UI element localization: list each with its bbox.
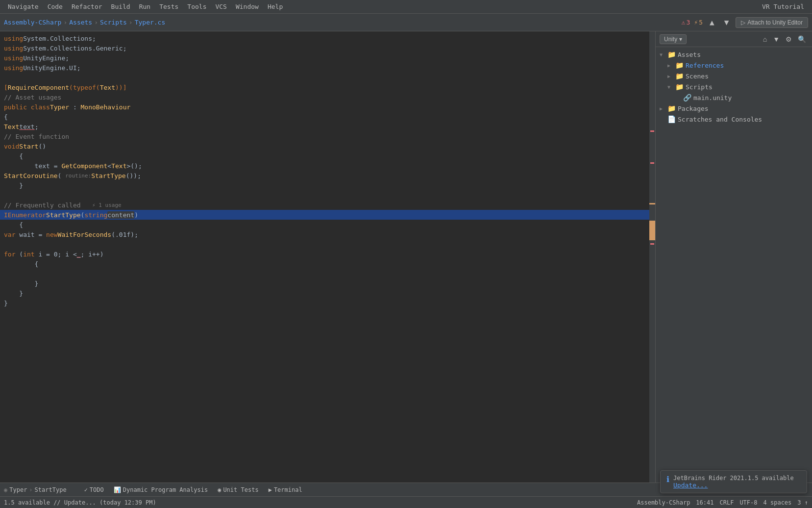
- scroll-track[interactable]: [649, 31, 655, 483]
- breadcrumb-assets[interactable]: Assets: [69, 19, 92, 26]
- tree-item-scratches[interactable]: ▶ 📄 Scratches and Consoles: [656, 114, 812, 125]
- todo-label: TODO: [90, 486, 104, 493]
- code-line-6: [RequireComponent(typeof(Text))]: [0, 82, 655, 92]
- tab-unit-tests[interactable]: ◉ Unit Tests: [214, 485, 262, 494]
- breadcrumb-file[interactable]: Typer.cs: [135, 19, 166, 26]
- tree-item-references[interactable]: ▶ 📁 References: [656, 60, 812, 71]
- dropdown-arrow-icon: ▾: [679, 36, 682, 43]
- breadcrumb-sep-1: ›: [63, 19, 67, 26]
- scope-sep: ›: [29, 486, 32, 493]
- assets-label: Assets: [678, 51, 701, 58]
- tree-item-mainunity[interactable]: ▶ 🔗 main.unity: [656, 92, 812, 103]
- status-update-text: 1.5 available // Update... (today 12:39 …: [4, 499, 156, 506]
- warn-badge[interactable]: ⚡ 5: [694, 19, 703, 26]
- menu-refactor[interactable]: Refactor: [68, 2, 106, 11]
- home-icon[interactable]: ⌂: [761, 34, 769, 44]
- code-content[interactable]: using System.Collections; using System.C…: [0, 31, 655, 483]
- assets-folder-icon: 📁: [667, 51, 676, 58]
- expand-arrow-scenes: ▶: [667, 74, 673, 79]
- code-line-22: [0, 239, 655, 249]
- scenes-folder-icon: 📁: [675, 72, 684, 80]
- unit-tests-label: Unit Tests: [223, 486, 258, 493]
- vr-tutorial-label: VR Tutorial: [758, 2, 808, 11]
- packages-label: Packages: [678, 105, 709, 112]
- menu-tests[interactable]: Tests: [155, 2, 182, 11]
- tab-terminal[interactable]: ▶ Terminal: [265, 485, 306, 494]
- menu-window[interactable]: Window: [232, 2, 263, 11]
- code-line-10: Text text;: [0, 122, 655, 131]
- scope-icon: ◉: [4, 486, 7, 493]
- position-label: 16:41: [696, 499, 714, 506]
- unit-tests-icon: ◉: [218, 486, 221, 493]
- scope-typer: Typer: [9, 486, 27, 493]
- status-git: 3 ↑: [797, 499, 808, 506]
- packages-folder-icon: 📁: [667, 104, 676, 112]
- code-editor[interactable]: using System.Collections; using System.C…: [0, 31, 655, 483]
- tree-item-scenes[interactable]: ▶ 📁 Scenes: [656, 71, 812, 81]
- settings-icon[interactable]: ⚙: [784, 34, 794, 44]
- scroll-marker-error-2: [650, 162, 654, 164]
- scenes-label: Scenes: [686, 73, 709, 80]
- code-line-13: {: [0, 151, 655, 161]
- code-line-18: // Frequently called ⚡ 1 usage: [0, 200, 655, 210]
- code-line-4: using UnityEngine.UI;: [0, 63, 655, 73]
- tree-item-assets[interactable]: ▼ 📁 Assets: [656, 49, 812, 60]
- git-label: 3 ↑: [797, 499, 808, 506]
- breadcrumb-scripts[interactable]: Scripts: [100, 19, 127, 26]
- crlf-label: CRLF: [719, 499, 734, 506]
- code-line-1: using System.Collections;: [0, 33, 655, 43]
- references-folder-icon: 📁: [675, 61, 684, 69]
- menu-bar: Navigate Code Refactor Build Run Tests T…: [0, 0, 812, 14]
- menu-code[interactable]: Code: [44, 2, 67, 11]
- code-line-9: {: [0, 112, 655, 122]
- breadcrumb-sep-3: ›: [129, 19, 133, 26]
- tab-todo[interactable]: ✓ TODO: [80, 485, 108, 494]
- charset-label: UTF-8: [739, 499, 757, 506]
- menu-build[interactable]: Build: [107, 2, 134, 11]
- dynamic-analysis-icon: 📊: [114, 486, 121, 493]
- code-line-28: }: [0, 298, 655, 308]
- scroll-marker-current: [649, 221, 655, 240]
- code-line-3: using UnityEngine;: [0, 53, 655, 63]
- todo-icon: ✓: [84, 486, 88, 493]
- expand-arrow-references: ▶: [667, 63, 673, 68]
- code-line-21: var wait = new WaitForSeconds(.01f);: [0, 229, 655, 239]
- scripts-folder-icon: 📁: [675, 83, 684, 91]
- error-icon: ⚠: [682, 19, 686, 26]
- attach-icon: ▷: [741, 19, 745, 26]
- breadcrumb-sep-2: ›: [94, 19, 98, 26]
- menu-tools[interactable]: Tools: [183, 2, 210, 11]
- expand-arrow-scripts: ▼: [667, 84, 673, 90]
- scratches-icon: 📄: [667, 115, 676, 123]
- sidebar-toolbar: Unity ▾ ⌂ ▼ ⚙ 🔍: [656, 31, 812, 47]
- notification-icon: ℹ: [666, 475, 669, 484]
- chevron-down-btn[interactable]: ▼: [721, 16, 732, 29]
- attach-to-unity-button[interactable]: ▷ Attach to Unity Editor: [736, 17, 808, 28]
- search-icon[interactable]: 🔍: [796, 34, 808, 44]
- code-line-19: IEnumerator StartType(string content): [0, 210, 655, 220]
- warn-count: 5: [699, 19, 703, 26]
- filter-icon[interactable]: ▼: [771, 34, 782, 44]
- scroll-marker-error-3: [650, 243, 654, 245]
- status-charset: UTF-8: [739, 499, 757, 506]
- breadcrumb-assembly[interactable]: Assembly-CSharp: [4, 19, 61, 26]
- menu-navigate[interactable]: Navigate: [4, 2, 43, 11]
- menu-help[interactable]: Help: [264, 2, 287, 11]
- attach-label: Attach to Unity Editor: [747, 19, 803, 26]
- notification-update-link[interactable]: Update...: [673, 482, 794, 489]
- error-count: 3: [687, 19, 690, 26]
- code-line-12: void Start(): [0, 141, 655, 151]
- tree-item-packages[interactable]: ▶ 📁 Packages: [656, 103, 812, 114]
- code-line-17: [0, 190, 655, 200]
- menu-run[interactable]: Run: [135, 2, 154, 11]
- scripts-label: Scripts: [686, 83, 713, 91]
- tab-dynamic-analysis[interactable]: 📊 Dynamic Program Analysis: [110, 485, 212, 494]
- tree-item-scripts[interactable]: ▼ 📁 Scripts: [656, 81, 812, 92]
- code-line-23: for (int i = 0; i <_; i++): [0, 249, 655, 259]
- chevron-up-btn[interactable]: ▲: [707, 16, 717, 29]
- scratches-label: Scratches and Consoles: [678, 116, 762, 123]
- code-line-16: }: [0, 180, 655, 190]
- menu-vcs[interactable]: VCS: [211, 2, 230, 11]
- unity-dropdown[interactable]: Unity ▾: [660, 34, 687, 44]
- error-badge[interactable]: ⚠ 3: [682, 19, 690, 26]
